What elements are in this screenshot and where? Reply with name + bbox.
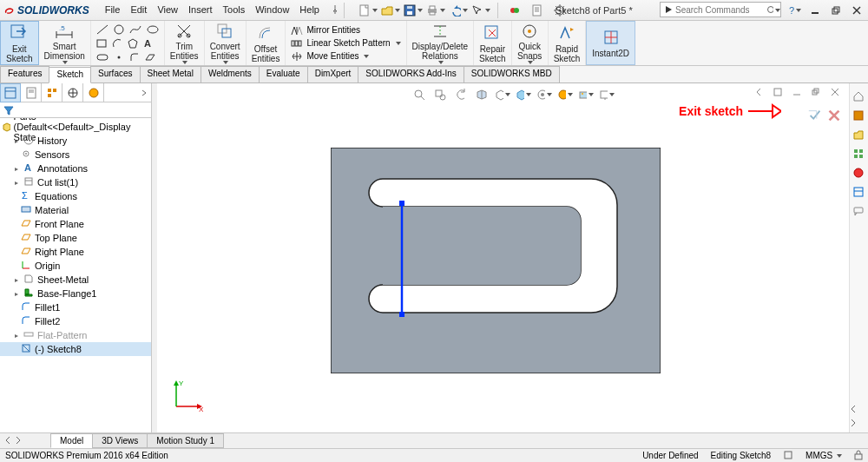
- repair-sketch-button[interactable]: Repair Sketch: [474, 21, 512, 65]
- expand-icon[interactable]: ▸: [12, 276, 20, 284]
- help-button[interactable]: ?: [786, 3, 802, 17]
- tab-sheetmetal[interactable]: Sheet Metal: [140, 66, 201, 82]
- rect-icon[interactable]: [96, 38, 107, 50]
- viewport-minimize-icon[interactable]: [790, 85, 804, 99]
- new-button[interactable]: [358, 2, 378, 19]
- undo-button[interactable]: [449, 2, 468, 19]
- tab-mbd[interactable]: SOLIDWORKS MBD: [464, 66, 560, 82]
- move-entities-button[interactable]: Move Entities: [291, 50, 400, 62]
- expand-icon[interactable]: ▸: [12, 137, 20, 145]
- expand-icon[interactable]: ▸: [12, 165, 20, 173]
- search-commands[interactable]: [660, 2, 781, 17]
- expand-taskpane-icon[interactable]: [849, 405, 858, 415]
- tree-item-cut-list-1-[interactable]: ▸Cut list(1): [0, 175, 151, 189]
- tree-item-sheet-metal[interactable]: ▸Sheet-Metal: [0, 273, 151, 287]
- linear-pattern-button[interactable]: Linear Sketch Pattern: [291, 37, 400, 49]
- smart-dimension-button[interactable]: .5 Smart Dimension: [39, 21, 91, 65]
- menu-tools[interactable]: Tools: [223, 4, 246, 16]
- expand-icon[interactable]: ▸: [12, 290, 20, 298]
- expand-icon[interactable]: ▸: [12, 179, 20, 187]
- collapse-taskpane-icon[interactable]: [849, 419, 858, 429]
- arc-icon[interactable]: [112, 38, 122, 50]
- tree-item-equations[interactable]: ΣEquations: [0, 189, 151, 203]
- tree-item-fillet2[interactable]: Fillet2: [0, 314, 151, 328]
- bottom-tab-model[interactable]: Model: [50, 433, 93, 448]
- tree-item--sketch8[interactable]: (-) Sketch8: [0, 342, 151, 356]
- display-delete-relations-button[interactable]: Display/Delete Relations: [407, 21, 474, 65]
- offset-entities-button[interactable]: Offset Entities: [247, 21, 286, 65]
- menu-insert[interactable]: Insert: [188, 4, 213, 16]
- menu-edit[interactable]: Edit: [130, 4, 147, 16]
- design-library-icon[interactable]: [851, 108, 866, 123]
- custom-props-icon[interactable]: [851, 184, 866, 200]
- tab-features[interactable]: Features: [0, 66, 49, 82]
- dimxpert-manager-tab[interactable]: [62, 83, 83, 102]
- feature-manager-tab[interactable]: [0, 83, 21, 102]
- filter-row[interactable]: [0, 102, 151, 118]
- tree-item-base-flange1[interactable]: ▸Base-Flange1: [0, 287, 151, 300]
- bottom-tab-motion[interactable]: Motion Study 1: [147, 433, 224, 448]
- tab-surfaces[interactable]: Surfaces: [90, 66, 140, 82]
- point-icon[interactable]: [114, 52, 124, 64]
- viewport-prev-icon[interactable]: [752, 85, 766, 99]
- menu-window[interactable]: Window: [255, 4, 289, 16]
- tree-item-front-plane[interactable]: Front Plane: [0, 217, 151, 231]
- edit-appearance-icon[interactable]: [557, 87, 573, 102]
- panel-more-tab[interactable]: [104, 83, 151, 102]
- tree-item-fillet1[interactable]: Fillet1: [0, 300, 151, 314]
- view-settings-icon[interactable]: [599, 87, 615, 102]
- tab-addins[interactable]: SOLIDWORKS Add-Ins: [358, 66, 464, 82]
- view-palette-icon[interactable]: [851, 146, 866, 162]
- trim-entities-button[interactable]: Trim Entities: [165, 21, 205, 65]
- appearances-icon[interactable]: [851, 165, 866, 181]
- convert-entities-button[interactable]: Convert Entities: [205, 21, 247, 65]
- viewport-doc-icon[interactable]: [771, 85, 785, 99]
- select-button[interactable]: [471, 2, 490, 19]
- tree-item-origin[interactable]: Origin: [0, 259, 151, 273]
- bottom-scroll-left-icon[interactable]: [3, 436, 12, 446]
- instant2d-button[interactable]: Instant2D: [586, 21, 635, 65]
- status-cpu-icon[interactable]: [783, 450, 793, 462]
- sketch-ok-icon[interactable]: [807, 108, 823, 125]
- menu-view[interactable]: View: [157, 4, 178, 16]
- file-properties-button[interactable]: [528, 2, 547, 19]
- tab-dimxpert[interactable]: DimXpert: [307, 66, 359, 82]
- spline-icon[interactable]: [129, 24, 141, 36]
- polygon-icon[interactable]: [128, 38, 138, 50]
- zoom-area-icon[interactable]: [432, 87, 448, 102]
- file-explorer-icon[interactable]: [851, 127, 866, 142]
- bottom-tab-3dviews[interactable]: 3D Views: [92, 433, 148, 448]
- tab-weldments[interactable]: Weldments: [201, 66, 260, 82]
- search-go-button[interactable]: [766, 3, 781, 17]
- home-pane-icon[interactable]: [851, 89, 866, 104]
- tree-item-top-plane[interactable]: Top Plane: [0, 231, 151, 245]
- mirror-entities-button[interactable]: Mirror Entities: [291, 24, 400, 36]
- menu-file[interactable]: File: [105, 4, 121, 16]
- menu-pin-icon[interactable]: [330, 4, 340, 16]
- menu-help[interactable]: Help: [299, 4, 319, 16]
- sketch-cancel-icon[interactable]: [826, 108, 842, 125]
- viewport-restore-icon[interactable]: [809, 85, 823, 99]
- close-button[interactable]: [849, 3, 865, 17]
- display-manager-tab[interactable]: [83, 83, 104, 102]
- exit-sketch-button[interactable]: Exit Sketch: [0, 21, 39, 65]
- open-button[interactable]: [381, 2, 400, 19]
- rapid-sketch-button[interactable]: Rapid Sketch: [549, 21, 587, 65]
- slot-icon[interactable]: [96, 53, 108, 63]
- text-icon[interactable]: A: [143, 38, 154, 50]
- graphics-area[interactable]: Exit sketch: [157, 83, 868, 432]
- previous-view-icon[interactable]: [453, 87, 469, 102]
- hide-show-icon[interactable]: [536, 87, 552, 102]
- tree-root[interactable]: Part5 (Default<<Default>_Display State: [0, 120, 151, 134]
- status-lock-icon[interactable]: [854, 450, 863, 462]
- line-icon[interactable]: [96, 24, 108, 36]
- apply-scene-icon[interactable]: [578, 87, 594, 102]
- print-button[interactable]: [426, 2, 445, 19]
- view-orientation-icon[interactable]: [495, 87, 510, 102]
- ellipse-icon[interactable]: [147, 24, 159, 36]
- save-button[interactable]: [404, 2, 423, 19]
- restore-button[interactable]: [828, 3, 844, 17]
- tree-item-sensors[interactable]: Sensors: [0, 148, 151, 162]
- property-manager-tab[interactable]: [21, 83, 42, 102]
- zoom-fit-icon[interactable]: [411, 87, 427, 102]
